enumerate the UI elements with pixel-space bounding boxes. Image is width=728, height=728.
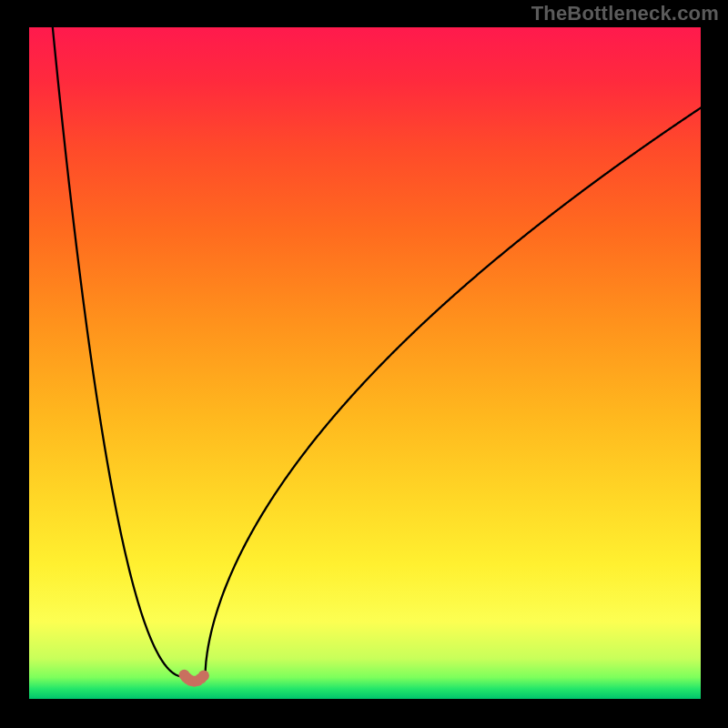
valley-marker <box>198 671 209 682</box>
watermark-label: TheBottleneck.com <box>531 2 719 25</box>
gradient-background <box>29 27 701 699</box>
plot-svg <box>29 27 701 699</box>
chart-frame: TheBottleneck.com <box>0 0 728 728</box>
plot-area <box>29 27 701 699</box>
